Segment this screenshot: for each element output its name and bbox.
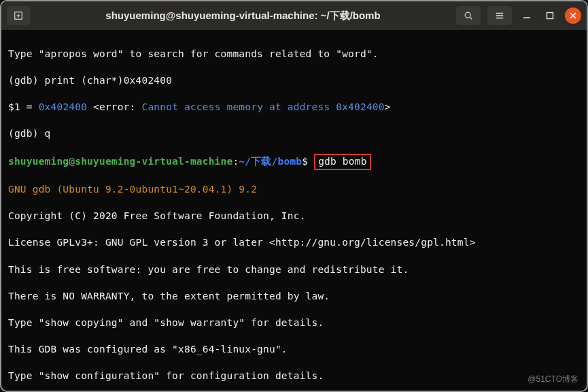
minimize-icon	[523, 12, 531, 20]
error-text: Cannot access memory at address 0x402400	[141, 101, 384, 112]
maximize-icon	[546, 12, 554, 20]
highlighted-command: gdb bomb	[314, 154, 370, 170]
output-line: License GPLv3+: GNU GPL version 3 or lat…	[8, 236, 580, 250]
output-line: (gdb) print (char*)0x402400	[8, 74, 580, 88]
output-line: GNU gdb (Ubuntu 9.2-0ubuntu1~20.04.1) 9.…	[8, 183, 580, 197]
svg-line-4	[470, 17, 472, 19]
output-line: This GDB was configured as "x86_64-linux…	[8, 343, 580, 357]
output-line: $1 = 0x402400 <error: Cannot access memo…	[8, 101, 580, 114]
terminal-output[interactable]: Type "apropos word" to search for comman…	[1, 30, 587, 392]
hamburger-icon	[495, 11, 504, 20]
titlebar-actions	[456, 6, 581, 25]
output-line: This is free software: you are free to c…	[8, 263, 580, 277]
output-line: Type "show copying" and "show warranty" …	[8, 316, 580, 330]
window-title: shuyueming@shuyueming-virtual-machine: ~…	[38, 10, 448, 22]
prompt-user: shuyueming@shuyueming-virtual-machine	[8, 156, 232, 167]
minimize-button[interactable]	[519, 7, 535, 24]
close-icon	[570, 12, 576, 19]
text: $	[302, 156, 314, 167]
text: $1 =	[8, 101, 39, 112]
address: 0x402400	[39, 101, 87, 112]
output-line: Type "show configuration" for configurat…	[8, 370, 580, 383]
output-line: (gdb) q	[8, 127, 580, 141]
svg-rect-9	[547, 13, 553, 19]
prompt-path: ~/下载/bomb	[239, 156, 302, 167]
output-line: Copyright (C) 2020 Free Software Foundat…	[8, 210, 580, 223]
close-button[interactable]	[565, 7, 581, 24]
titlebar: shuyueming@shuyueming-virtual-machine: ~…	[1, 1, 587, 30]
text: :	[232, 156, 239, 167]
menu-button[interactable]	[487, 6, 512, 25]
prompt-line: shuyueming@shuyueming-virtual-machine:~/…	[8, 154, 580, 170]
text: <error:	[87, 101, 141, 112]
text: >	[385, 101, 391, 112]
search-icon	[464, 11, 473, 20]
svg-point-3	[465, 12, 470, 18]
watermark: @51CTO博客	[528, 374, 578, 385]
new-tab-icon	[14, 11, 23, 20]
output-line: Type "apropos word" to search for comman…	[8, 48, 580, 61]
output-line: There is NO WARRANTY, to the extent perm…	[8, 290, 580, 304]
new-tab-button[interactable]	[7, 6, 30, 25]
maximize-button[interactable]	[542, 7, 558, 24]
search-button[interactable]	[456, 6, 481, 25]
